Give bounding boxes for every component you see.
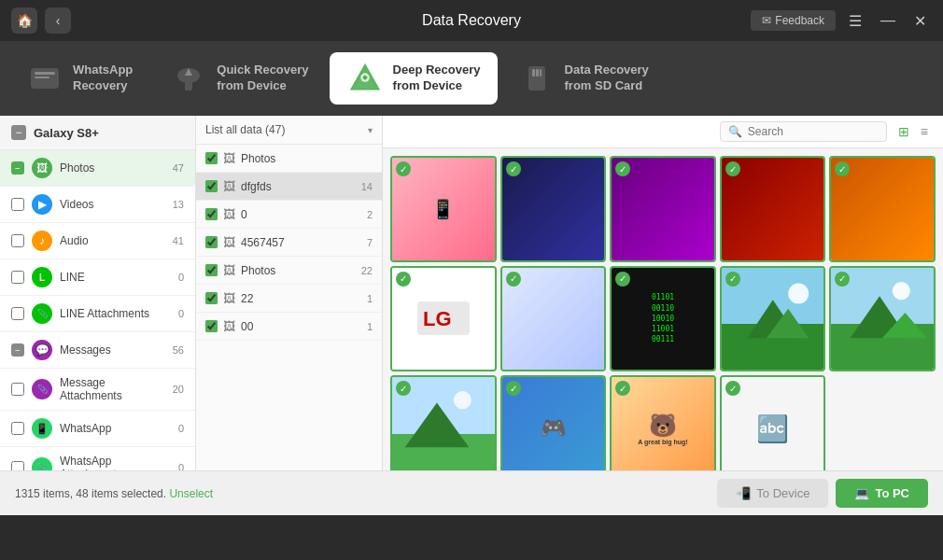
svg-point-20	[893, 282, 910, 300]
audio-label: Audio	[60, 234, 165, 247]
audio-checkbox[interactable]	[11, 234, 24, 247]
feedback-button[interactable]: ✉ Feedback	[751, 10, 836, 31]
tab-sd-line2: from SD Card	[565, 78, 649, 94]
folder-22[interactable]: 🖼 22 1	[196, 285, 382, 313]
messages-label: Messages	[60, 343, 165, 357]
sidebar-item-msg-att[interactable]: 📎 Message Attachments 20	[0, 369, 195, 411]
svg-rect-11	[536, 69, 539, 77]
msg-att-label: Message Attachments	[60, 376, 165, 402]
folder-0-checkbox[interactable]	[205, 208, 218, 220]
folder-00[interactable]: 🖼 00 1	[196, 313, 382, 341]
photo-check-4: ✓	[725, 161, 740, 176]
photo-thumb-12[interactable]: ✓ 🎮	[500, 375, 607, 482]
folder-dfgfds[interactable]: 🖼 dfgfds 14	[196, 173, 382, 201]
bottom-bar: 1315 items, 48 items selected. Unselect …	[0, 470, 943, 515]
home-button[interactable]: 🏠	[11, 7, 37, 34]
photo-thumb-14[interactable]: ✓ 🔤	[720, 375, 826, 482]
folder-count-label: List all data (47)	[205, 123, 285, 136]
sidebar-item-videos[interactable]: ▶ Videos 13	[0, 187, 195, 223]
svg-text:LG: LG	[423, 307, 452, 330]
sidebar-item-messages[interactable]: − 💬 Messages 56	[0, 332, 195, 369]
tab-deep-recovery[interactable]: Deep Recovery from Device	[330, 52, 498, 105]
photo-grid-container: 🔍 ⊞ ≡ ✓ 📱 ✓ ✓ ✓	[383, 116, 943, 515]
svg-rect-12	[540, 69, 542, 77]
photo-thumb-3[interactable]: ✓	[610, 156, 716, 262]
photo-thumb-7[interactable]: ✓	[500, 266, 607, 372]
unselect-link[interactable]: Unselect	[169, 487, 213, 500]
photo-thumb-4[interactable]: ✓	[720, 156, 826, 262]
photo-thumb-13[interactable]: ✓ 🐻 A great big hug!	[610, 375, 716, 482]
photo-check-10: ✓	[835, 272, 850, 287]
mail-icon: ✉	[762, 14, 771, 27]
folder-4567457-name: 4567457	[241, 236, 361, 249]
photo-thumb-5[interactable]: ✓	[829, 156, 936, 262]
close-button[interactable]: ✕	[908, 10, 932, 32]
videos-icon: ▶	[32, 194, 52, 215]
back-button[interactable]: ‹	[45, 7, 71, 34]
photos-count: 47	[173, 162, 184, 174]
bottom-info: 1315 items, 48 items selected. Unselect	[15, 487, 213, 500]
folder-22-checkbox[interactable]	[205, 292, 218, 304]
folder-photos2[interactable]: 🖼 Photos 22	[196, 257, 382, 285]
folder-4567457[interactable]: 🖼 4567457 7	[196, 229, 382, 257]
line-count: 0	[178, 272, 184, 283]
photo-thumb-1[interactable]: ✓ 📱	[390, 156, 497, 262]
minimize-button[interactable]: —	[875, 10, 901, 31]
grid-view-button[interactable]: ⊞	[894, 122, 913, 141]
folder-dfgfds-icon: 🖼	[223, 179, 235, 193]
to-device-button[interactable]: 📲 To Device	[717, 479, 828, 508]
sidebar-item-photos[interactable]: − 🖼 Photos 47	[0, 150, 195, 187]
app-title: Data Recovery	[422, 12, 521, 29]
tab-whatsapp[interactable]: WhatsApp Recovery	[9, 52, 149, 105]
folder-dfgfds-checkbox[interactable]	[205, 180, 218, 192]
line-checkbox[interactable]	[11, 271, 24, 284]
folder-photos-header[interactable]: 🖼 Photos	[196, 145, 382, 173]
tab-deep-line1: Deep Recovery	[393, 63, 481, 78]
photo-thumb-9[interactable]: ✓	[720, 266, 826, 372]
to-device-label: To Device	[756, 486, 809, 500]
photo-thumb-10[interactable]: ✓	[829, 266, 936, 372]
to-pc-button[interactable]: 💻 To PC	[836, 479, 928, 508]
videos-count: 13	[173, 199, 184, 210]
device-header: − Galaxy S8+	[0, 116, 195, 150]
line-att-count: 0	[178, 308, 184, 319]
whatsapp-checkbox[interactable]	[11, 422, 24, 435]
videos-checkbox[interactable]	[11, 198, 24, 211]
sidebar-item-audio[interactable]: ♪ Audio 41	[0, 223, 195, 259]
folder-photos2-count: 22	[361, 265, 373, 276]
photo-check-6: ✓	[396, 272, 411, 287]
dropdown-arrow-icon[interactable]: ▾	[368, 125, 373, 135]
list-view-button[interactable]: ≡	[917, 122, 932, 141]
sidebar-item-line[interactable]: L LINE 0	[0, 259, 195, 296]
bottom-buttons: 📲 To Device 💻 To PC	[717, 479, 928, 508]
photo-thumb-6[interactable]: ✓ LG	[390, 266, 497, 372]
tab-quick-recovery[interactable]: Quick Recovery from Device	[153, 52, 325, 105]
svg-rect-4	[185, 81, 192, 91]
menu-button[interactable]: ☰	[843, 10, 867, 32]
photo-thumb-11[interactable]: ✓	[390, 375, 497, 482]
folder-photos-icon: 🖼	[223, 151, 235, 165]
folder-photos-checkbox[interactable]	[205, 152, 218, 164]
folder-photos2-checkbox[interactable]	[205, 264, 218, 276]
device-collapse[interactable]: −	[11, 125, 26, 140]
svg-rect-1	[35, 72, 55, 75]
folder-00-checkbox[interactable]	[205, 320, 218, 332]
folder-4567457-checkbox[interactable]	[205, 236, 218, 248]
tab-sd-card[interactable]: Data Recovery from SD Card	[501, 52, 666, 105]
folder-00-name: 00	[241, 320, 361, 333]
line-att-checkbox[interactable]	[11, 307, 24, 320]
line-att-icon: 📎	[32, 303, 52, 324]
folder-0[interactable]: 🖼 0 2	[196, 201, 382, 229]
search-input[interactable]	[748, 125, 879, 138]
folder-0-count: 2	[367, 209, 373, 220]
msg-att-checkbox[interactable]	[11, 383, 24, 396]
photo-check-9: ✓	[725, 272, 740, 287]
sidebar-item-line-att[interactable]: 📎 LINE Attachments 0	[0, 296, 195, 332]
folder-4567457-count: 7	[367, 237, 373, 248]
sidebar-item-whatsapp[interactable]: 📱 WhatsApp 0	[0, 411, 195, 447]
folder-panel: List all data (47) ▾ 🖼 Photos 🖼 dfgfds 1…	[196, 116, 383, 515]
photo-thumb-2[interactable]: ✓	[500, 156, 607, 262]
sd-card-icon	[518, 60, 556, 97]
photo-thumb-8[interactable]: ✓ 0110100110100101100100111	[610, 266, 716, 372]
search-icon: 🔍	[728, 125, 742, 138]
